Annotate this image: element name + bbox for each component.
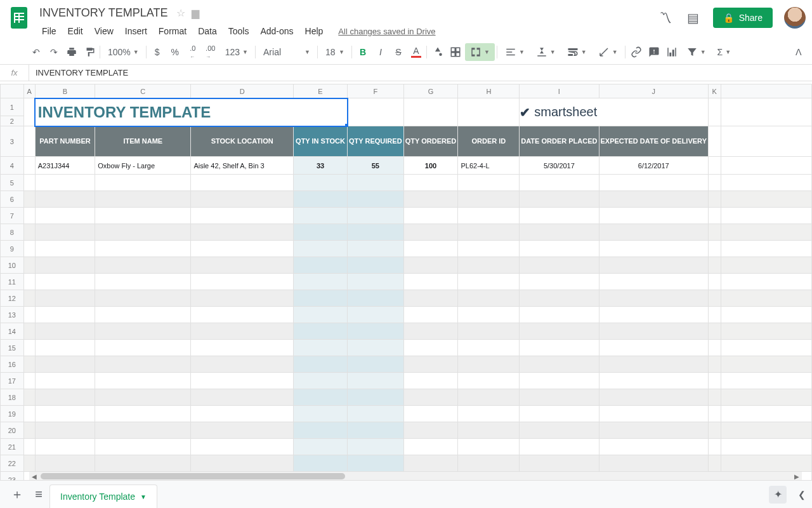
col-header[interactable]: B [35, 84, 95, 98]
increase-decimal[interactable]: .00→ [202, 43, 219, 61]
paint-format-icon[interactable] [81, 43, 98, 61]
menu-bar: File Edit View Insert Format Data Tools … [37, 23, 650, 39]
share-label: Share [739, 13, 763, 23]
formula-input[interactable]: INVENTORY TEMPLATE [29, 68, 812, 77]
chevron-down-icon[interactable]: ▼ [140, 493, 147, 500]
col-header[interactable]: J [599, 84, 708, 98]
horizontal-scrollbar[interactable]: ◀ ▶ [29, 471, 802, 480]
comment-icon[interactable] [646, 43, 662, 61]
row-header[interactable]: 5 [1, 175, 24, 191]
link-icon[interactable] [628, 43, 645, 61]
italic-button[interactable]: I [372, 43, 389, 61]
menu-insert[interactable]: Insert [120, 23, 152, 39]
col-header[interactable]: C [95, 84, 191, 98]
fill-color-button[interactable] [429, 43, 446, 61]
menu-data[interactable]: Data [193, 23, 222, 39]
col-header[interactable]: G [403, 84, 458, 98]
lock-icon: 🔒 [723, 13, 734, 23]
merge-cells-button[interactable]: ▼ [465, 43, 495, 61]
row-header[interactable]: 3 [1, 126, 24, 157]
row-header[interactable]: 2 [1, 116, 24, 126]
row-header[interactable]: 20 [1, 422, 24, 439]
scroll-right-icon[interactable]: ▶ [792, 472, 802, 481]
all-sheets-button[interactable]: ≡ [28, 484, 49, 505]
account-avatar[interactable] [784, 7, 806, 29]
sheet-tab-label: Inventory Template [60, 491, 135, 502]
row-header[interactable]: 18 [1, 389, 24, 406]
col-header[interactable]: H [458, 84, 520, 98]
rotate-button[interactable]: ▼ [593, 43, 623, 61]
borders-button[interactable] [447, 43, 464, 61]
h-align-button[interactable]: ▼ [500, 43, 530, 61]
col-header[interactable]: I [520, 84, 599, 98]
strike-button[interactable]: S [390, 43, 407, 61]
sheets-logo[interactable] [6, 5, 32, 30]
menu-view[interactable]: View [89, 23, 119, 39]
format-percent[interactable]: % [167, 43, 183, 61]
explore-button[interactable]: ✦ [769, 486, 787, 504]
wrap-button[interactable]: ▼ [562, 43, 592, 61]
row-header[interactable]: 14 [1, 323, 24, 340]
row-header[interactable]: 23 [1, 472, 24, 481]
star-icon[interactable]: ☆ [176, 7, 185, 19]
decrease-decimal[interactable]: .0← [185, 43, 201, 61]
row-header[interactable]: 4 [1, 157, 24, 175]
activity-icon[interactable]: 〽 [657, 10, 674, 26]
functions-icon[interactable]: Σ▼ [712, 43, 737, 61]
row-header[interactable]: 8 [1, 224, 24, 241]
format-currency[interactable]: $ [149, 43, 166, 61]
col-header[interactable]: F [348, 84, 404, 98]
row-header[interactable]: 15 [1, 340, 24, 356]
bold-button[interactable]: B [355, 43, 371, 61]
print-icon[interactable] [63, 43, 80, 61]
folder-icon[interactable]: ▆ [192, 7, 199, 19]
col-header[interactable]: E [293, 84, 347, 98]
row-header[interactable]: 9 [1, 241, 24, 257]
scroll-left-icon[interactable]: ◀ [29, 472, 39, 481]
sheet-title-cell[interactable]: INVENTORY TEMPLATE [36, 104, 211, 121]
font-size-select[interactable]: 18▼ [320, 43, 350, 61]
col-header[interactable]: K [708, 84, 721, 98]
undo-icon[interactable]: ↶ [28, 43, 44, 61]
row-header[interactable]: 22 [1, 455, 24, 472]
menu-addons[interactable]: Add-ons [255, 23, 298, 39]
menu-tools[interactable]: Tools [223, 23, 254, 39]
row-header[interactable]: 1 [1, 98, 24, 116]
row-header[interactable]: 7 [1, 208, 24, 224]
fx-label: fx [0, 65, 29, 81]
col-header[interactable]: D [191, 84, 294, 98]
menu-file[interactable]: File [37, 23, 62, 39]
side-panel-toggle-icon[interactable]: ❮ [798, 490, 806, 500]
share-button[interactable]: 🔒 Share [713, 8, 773, 28]
select-all-corner[interactable] [1, 84, 24, 98]
save-status[interactable]: All changes saved in Drive [338, 27, 435, 36]
col-header[interactable]: A [23, 84, 35, 98]
row-header[interactable]: 10 [1, 257, 24, 274]
spreadsheet-grid[interactable]: A B C D E F G H I J K 1 INVENTORY TEMPLA… [0, 84, 812, 480]
row-header[interactable]: 6 [1, 191, 24, 208]
row-header[interactable]: 16 [1, 356, 24, 373]
v-align-button[interactable]: ▼ [531, 43, 561, 61]
row-header[interactable]: 21 [1, 439, 24, 455]
row-header[interactable]: 19 [1, 406, 24, 422]
row-header[interactable]: 11 [1, 274, 24, 290]
sheet-tab[interactable]: Inventory Template ▼ [49, 485, 157, 509]
doc-title[interactable]: INVENTORY TEMPLATE [37, 5, 170, 21]
redo-icon[interactable]: ↷ [46, 43, 62, 61]
row-header[interactable]: 12 [1, 290, 24, 307]
filter-icon[interactable]: ▼ [681, 43, 711, 61]
zoom-select[interactable]: 100%▼ [103, 43, 144, 61]
text-color-button[interactable]: A [408, 43, 424, 61]
menu-format[interactable]: Format [154, 23, 192, 39]
menu-help[interactable]: Help [300, 23, 329, 39]
row-header[interactable]: 17 [1, 373, 24, 389]
menu-edit[interactable]: Edit [63, 23, 88, 39]
chart-icon[interactable] [664, 43, 680, 61]
collapse-toolbar-icon[interactable]: ᐱ [796, 47, 806, 57]
toolbar: ↶ ↷ 100%▼ $ % .0← .00→ 123▼ Arial▼ 18▼ B… [0, 39, 812, 65]
font-select[interactable]: Arial▼ [258, 43, 315, 61]
row-header[interactable]: 13 [1, 307, 24, 323]
comments-icon[interactable]: ▤ [685, 10, 702, 26]
more-formats[interactable]: 123▼ [220, 43, 253, 61]
add-sheet-button[interactable]: ＋ [6, 484, 28, 505]
